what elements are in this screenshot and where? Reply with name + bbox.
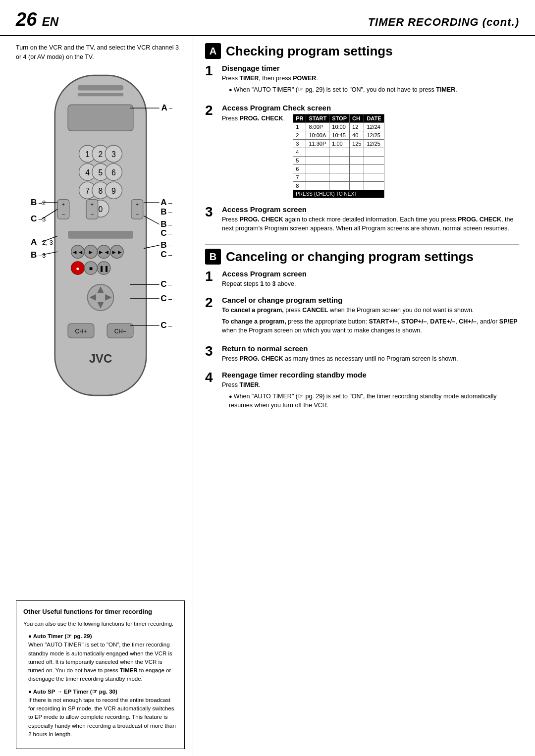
left-column: Turn on the VCR and the TV, and select t… [0, 36, 193, 756]
section-a-header: A Checking program settings [205, 43, 519, 59]
svg-text:1: 1 [85, 150, 90, 158]
step-a1-num: 1 [205, 64, 217, 97]
step-b1-num: 1 [205, 270, 217, 289]
svg-text:–1: –1 [168, 199, 172, 207]
left-intro-text: Turn on the VCR and the TV, and select t… [16, 43, 185, 62]
svg-text:C: C [160, 320, 166, 330]
step-a1-content: Disengage timer Press TIMER, then press … [222, 64, 519, 97]
svg-text:CH+: CH+ [75, 327, 87, 334]
prog-table: PR START STOP CH DATE 18:00P10:001212/24… [293, 114, 384, 198]
svg-text:►►: ►► [111, 249, 122, 256]
useful-functions-intro: You can also use the following functions… [23, 620, 177, 628]
step-b4-body: Press TIMER. When "AUTO TIMER" (☞ pg. 29… [222, 380, 519, 410]
page: 26 EN document.querySelector('[data-name… [0, 0, 535, 756]
step-b1-body: Repeat steps 1 to 3 above. [222, 279, 519, 289]
svg-rect-33 [68, 230, 133, 238]
step-b3-body: Press PROG. CHECK as many times as neces… [222, 354, 519, 364]
svg-text:B: B [160, 218, 166, 228]
table-row: 4 [293, 148, 384, 156]
svg-text:C: C [30, 214, 36, 223]
table-row: 210:00A10:454012/25 [293, 131, 384, 139]
step-a2-body: Press PROG. CHECK. [222, 114, 285, 123]
svg-text:C: C [160, 249, 166, 259]
svg-text:–2: –2 [38, 199, 46, 207]
step-b3-title: Return to normal screen [222, 344, 519, 353]
step-a1-body: Press TIMER, then press POWER. When "AUT… [222, 74, 519, 95]
step-b2-title: Cancel or change program setting [222, 296, 519, 304]
svg-text:◄◄: ◄◄ [72, 249, 83, 256]
svg-text:–2, 3: –2, 3 [38, 238, 53, 246]
svg-text:–: – [90, 211, 93, 216]
auto-timer-body: When "AUTO TIMER" is set to "ON", the ti… [28, 641, 177, 683]
svg-text:–3: –3 [38, 251, 46, 259]
step-b1-content: Access Program screen Repeat steps 1 to … [222, 270, 519, 289]
step-a3-content: Access Program screen Press PROG. CHECK … [222, 205, 519, 234]
step-b2-body: To cancel a program, press CANCEL when t… [222, 306, 519, 335]
svg-text:A: A [161, 103, 167, 112]
svg-text:9: 9 [111, 186, 115, 195]
section-b-badge: B [205, 249, 221, 265]
svg-text:C: C [160, 293, 166, 303]
svg-text:–2: –2 [168, 220, 172, 228]
col-ch: CH [350, 114, 364, 122]
main-content: Turn on the VCR and the TV, and select t… [0, 36, 535, 756]
svg-text:7: 7 [85, 186, 90, 195]
svg-text:A: A [30, 236, 36, 246]
svg-rect-2 [77, 93, 123, 96]
auto-sp-ep-body: If there is not enough tape to record th… [28, 696, 177, 739]
svg-text:B: B [30, 197, 36, 207]
table-row: 5 [293, 156, 384, 164]
prog-table-container: PR START STOP CH DATE 18:00P10:001212/24… [293, 114, 384, 198]
step-b1-title: Access Program screen [222, 270, 519, 278]
table-row: 311:30P1:0012512/25 [293, 139, 384, 148]
step-a3-body: Press PROG. CHECK again to check more de… [222, 215, 519, 234]
section-a-title: Checking program settings [226, 44, 393, 59]
step-a2-title: Access Program Check screen [222, 104, 519, 112]
svg-text:–3: –3 [168, 230, 172, 237]
page-header: 26 EN document.querySelector('[data-name… [0, 0, 535, 36]
step-b4: 4 Reengage timer recording standby mode … [205, 371, 519, 412]
step-a2: 2 Access Program Check screen Press PROG… [205, 104, 519, 198]
table-row: 7 [293, 173, 384, 181]
svg-text:–4: –4 [168, 208, 172, 216]
svg-text:CH–: CH– [114, 327, 126, 334]
step-b2-num: 2 [205, 296, 217, 337]
page-number: 26 EN document.querySelector('[data-name… [16, 9, 58, 30]
table-row: 6 [293, 164, 384, 173]
svg-text:–2: –2 [168, 295, 172, 303]
section-b: B Canceling or changing program settings… [205, 244, 519, 419]
svg-text:–: – [135, 211, 138, 216]
svg-text:+: + [90, 201, 93, 207]
auto-sp-ep-item: ● Auto SP → EP Timer (☞ pg. 30) If there… [28, 688, 177, 739]
prog-check-wrapper: Press PROG. CHECK. PR START STOP CH [222, 114, 519, 198]
table-row: 8 [293, 181, 384, 190]
right-column: A Checking program settings 1 Disengage … [193, 36, 535, 756]
step-a1: 1 Disengage timer Press TIMER, then pres… [205, 64, 519, 97]
svg-text:►◄: ►◄ [98, 249, 109, 256]
page-lang-text: EN [42, 15, 58, 28]
svg-text:6: 6 [111, 168, 115, 176]
step-b2-content: Cancel or change program setting To canc… [222, 296, 519, 337]
section-a-badge: A [205, 43, 221, 59]
svg-text:■: ■ [89, 265, 92, 272]
remote-svg: 1 2 3 4 5 6 7 8 9 [29, 69, 172, 408]
svg-text:+: + [135, 201, 138, 207]
svg-text:0: 0 [98, 205, 103, 213]
auto-timer-title: ● Auto Timer (☞ pg. 29) [28, 632, 177, 641]
svg-text:3: 3 [111, 150, 115, 158]
svg-text:C: C [160, 279, 166, 289]
remote-illustration: 1 2 3 4 5 6 7 8 9 [16, 69, 185, 594]
step-a1-title: Disengage timer [222, 64, 519, 72]
svg-text:5: 5 [98, 168, 103, 176]
useful-functions-box: Other Useful functions for timer recordi… [16, 600, 185, 749]
step-b3-content: Return to normal screen Press PROG. CHEC… [222, 344, 519, 364]
svg-text:4: 4 [85, 168, 90, 176]
auto-sp-ep-title: ● Auto SP → EP Timer (☞ pg. 30) [28, 688, 177, 696]
col-date: DATE [364, 114, 384, 122]
svg-rect-3 [68, 105, 133, 131]
svg-text:JVC: JVC [89, 352, 111, 365]
step-b1: 1 Access Program screen Repeat steps 1 t… [205, 270, 519, 289]
step-b2: 2 Cancel or change program setting To ca… [205, 296, 519, 337]
page-title: TIMER RECORDING (cont.) [368, 16, 519, 29]
col-stop: STOP [329, 114, 350, 122]
